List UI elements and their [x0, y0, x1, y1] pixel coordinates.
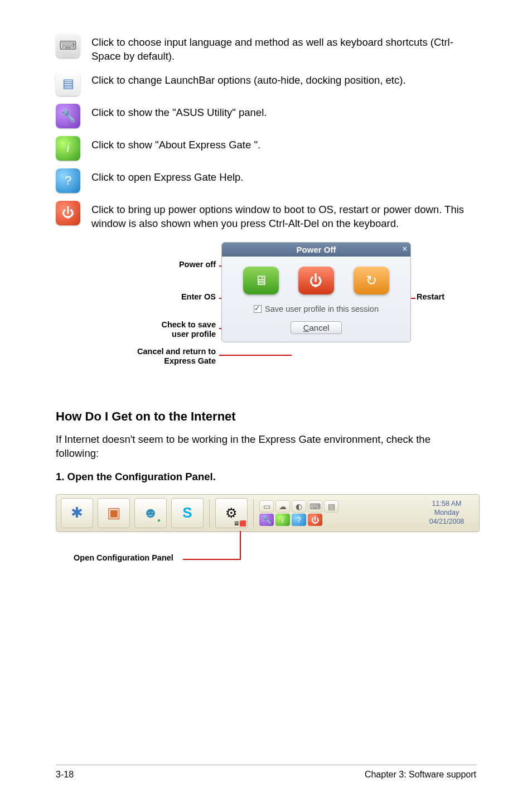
chat-app-icon[interactable]: ☻ — [134, 498, 167, 528]
tray-keyboard-icon[interactable]: ⌨ — [308, 500, 322, 513]
tray-icon[interactable]: ◐ — [292, 500, 306, 513]
clock-area: 11:58 AM Monday 04/21/2008 — [419, 499, 475, 527]
help-icon[interactable]: ? — [56, 168, 80, 193]
browser-icon[interactable]: ✱ — [61, 498, 93, 528]
launchbar-options-description: Click to change LaunchBar options (auto-… — [91, 71, 476, 88]
config-subicons: 🖥🟥 — [234, 520, 246, 526]
power-off-titlebar: Power Off × — [222, 243, 410, 257]
enter-os-button[interactable]: 🖥 — [243, 267, 279, 294]
callout-line — [219, 355, 292, 356]
tray-icon[interactable]: ▭ — [259, 500, 274, 513]
clock-time: 11:58 AM — [421, 500, 472, 509]
tray-about-icon[interactable]: i — [275, 514, 290, 526]
restart-button[interactable]: ↻ — [354, 267, 389, 294]
callout-cancel-return: Cancel and return to Express Gate — [137, 347, 216, 366]
step-1: 1. Open the Configuration Panel. — [56, 471, 476, 483]
power-off-title: Power Off — [297, 245, 336, 254]
section-body: If Internet doesn't seem to be working i… — [56, 433, 476, 461]
tray-utility-icon[interactable]: 🔧 — [259, 514, 274, 526]
asus-utility-icon[interactable]: 🔧 — [56, 104, 80, 128]
launchbar-options-icon[interactable]: ▤ — [56, 71, 80, 96]
tray-power-icon[interactable]: ⏻ — [308, 514, 322, 526]
clock-day: Monday — [421, 509, 472, 518]
callout-line — [183, 559, 241, 560]
configuration-panel-button[interactable]: ⚙ 🖥🟥 — [215, 498, 248, 528]
close-icon[interactable]: × — [403, 244, 407, 253]
skype-icon[interactable]: S — [171, 498, 204, 528]
callout-restart: Restart — [417, 292, 444, 302]
system-tray: ▭ ☁ ◐ ⌨ ▤ 🔧 i ? ⏻ — [259, 500, 414, 526]
separator — [253, 499, 254, 527]
gear-icon: ⚙ — [225, 505, 238, 521]
callout-check-save: Check to save user profile — [161, 320, 216, 340]
save-profile-label: Save user profile in this session — [265, 305, 379, 313]
asus-utility-description: Click to show the "ASUS Utility" panel. — [91, 104, 476, 120]
power-options-description: Click to bring up power options window t… — [91, 201, 476, 231]
power-off-button[interactable]: ⏻ — [298, 267, 334, 294]
chapter-label: Chapter 3: Software support — [365, 770, 476, 780]
callout-enter-os: Enter OS — [181, 292, 216, 302]
cancel-button[interactable]: CCancelancel — [291, 321, 342, 334]
page-footer: 3-18 Chapter 3: Software support — [56, 765, 476, 780]
photo-app-icon[interactable]: ▣ — [98, 498, 130, 528]
launchbar: ✱ ▣ ☻ S ⚙ 🖥🟥 ▭ ☁ ◐ ⌨ ▤ 🔧 i ? ⏻ 1 — [56, 494, 480, 532]
separator — [209, 499, 210, 527]
input-language-icon[interactable]: ⌨ — [56, 33, 80, 58]
section-heading: How Do I Get on to the Internet — [56, 409, 476, 424]
launchbar-figure: ✱ ▣ ☻ S ⚙ 🖥🟥 ▭ ☁ ◐ ⌨ ▤ 🔧 i ? ⏻ 1 — [56, 494, 480, 589]
page-number: 3-18 — [56, 770, 74, 780]
help-description: Click to open Express Gate Help. — [91, 168, 476, 185]
tray-launchbar-icon[interactable]: ▤ — [324, 500, 338, 513]
input-language-description: Click to choose input language and metho… — [91, 33, 476, 64]
save-profile-row[interactable]: Save user profile in this session — [222, 301, 410, 317]
power-options-icon[interactable]: ⏻ — [56, 201, 80, 225]
clock-date: 04/21/2008 — [421, 518, 472, 526]
tray-icon[interactable]: ☁ — [275, 500, 290, 513]
power-off-window: Power Off × 🖥 ⏻ ↻ Save user profile in t… — [221, 242, 411, 342]
callout-open-config-panel: Open Configuration Panel — [74, 553, 173, 563]
about-icon[interactable]: i — [56, 136, 80, 161]
tray-help-icon[interactable]: ? — [292, 514, 306, 526]
callout-line — [240, 531, 241, 559]
power-off-figure: Power off Enter OS Check to save user pr… — [104, 242, 428, 387]
about-description: Click to show "About Express Gate ". — [91, 136, 476, 152]
save-profile-checkbox[interactable] — [254, 305, 262, 313]
power-off-body: 🖥 ⏻ ↻ — [222, 257, 410, 301]
callout-power-off: Power off — [179, 260, 216, 269]
